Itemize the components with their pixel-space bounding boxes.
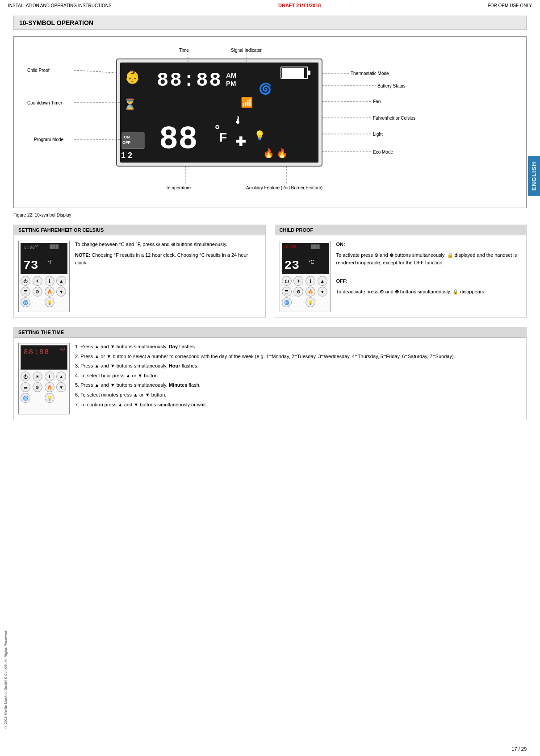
diagram-svg: 👶 ⏳ ON OFF 1 2 88:88 AM PM 📶 🌡 🌀 (27, 46, 532, 193)
child-btn-up[interactable]: ▲ (318, 276, 327, 286)
time-btn-up[interactable]: ▲ (56, 372, 66, 381)
time-screen: 88:88 AM (21, 345, 67, 370)
time-am: AM (60, 347, 65, 351)
svg-rect-16 (282, 68, 304, 78)
fahr-desc: To change between °C and °F, press ⊙ and… (75, 241, 261, 249)
child-screen: 8:00 ▓▓▓ 23 °C (282, 243, 329, 274)
time-btn-down[interactable]: ▼ (56, 382, 66, 392)
fahr-note: NOTE: Choosing °F results in a 12 hour c… (75, 251, 261, 267)
svg-text:⏳: ⏳ (123, 98, 137, 111)
fahrenheit-text: To change between °C and °F, press ⊙ and… (75, 241, 261, 312)
btn-light[interactable]: 💡 (45, 297, 54, 307)
time-digits: 88:88 (24, 348, 50, 356)
setting-time-section: SETTING THE TIME 88:88 AM ⏻ ☀ ℹ ▲ ☰ ⚙ 🔥 (13, 327, 527, 420)
svg-text:🌡: 🌡 (233, 114, 243, 126)
setting-fahrenheit-title: SETTING FAHRENHEIT OR CELSIUS (14, 225, 265, 235)
btn-menu[interactable]: ☰ (21, 287, 30, 297)
child-proof-content: 8:00 ▓▓▓ 23 °C ⏻ ☀ ℹ ▲ ☰ ⚙ 🔥 (275, 235, 527, 317)
fahr-time: 8:00AM (24, 244, 38, 250)
svg-text:🔥: 🔥 (263, 148, 274, 159)
child-battery: ▓▓▓ (311, 244, 320, 249)
setting-fahrenheit-content: 8:00AM ▓▓▓ 73 °F ⏻ ☀ ℹ ▲ ☰ ⚙ (14, 235, 265, 317)
svg-text:1  2: 1 2 (121, 151, 132, 160)
child-btn-menu[interactable]: ☰ (282, 287, 292, 297)
svg-text:👶: 👶 (125, 70, 140, 84)
btn-prog[interactable]: ⚙ (33, 287, 42, 297)
fahr-buttons-row3: 🌀 💡 (21, 297, 67, 307)
child-btn-light[interactable]: 💡 (306, 297, 315, 307)
step-6: 6. To select minutes press ▲ or ▼ button… (75, 391, 522, 399)
fahr-temp: 73 (23, 259, 38, 272)
svg-text:Fahrenheit or Celsius: Fahrenheit or Celsius (373, 116, 415, 121)
time-btn-prog[interactable]: ⚙ (33, 382, 42, 392)
setting-fahrenheit-section: SETTING FAHRENHEIT OR CELSIUS 8:00AM ▓▓▓… (13, 225, 266, 318)
svg-text:88:88: 88:88 (157, 69, 222, 92)
time-btn-power[interactable]: ⏻ (21, 372, 30, 381)
child-btn-down[interactable]: ▼ (318, 287, 327, 297)
child-btn-fan[interactable]: 🌀 (282, 297, 292, 307)
fahr-buttons-row2: ☰ ⚙ 🔥 ▼ (21, 287, 67, 297)
step-5: 5. Press ▲ and ▼ buttons simultaneously.… (75, 381, 522, 389)
step-1: 1. Press ▲ and ▼ buttons simultaneously.… (75, 343, 522, 351)
time-btn-menu[interactable]: ☰ (21, 382, 30, 392)
child-buttons-row2: ☰ ⚙ 🔥 ▼ (282, 287, 329, 297)
page-footer: 17 / 29 (511, 746, 527, 752)
svg-text:Signal Indicator: Signal Indicator (231, 48, 262, 53)
setting-time-title: SETTING THE TIME (14, 327, 526, 338)
time-btn-info[interactable]: ℹ (45, 372, 54, 381)
time-buttons-row2: ☰ ⚙ 🔥 ▼ (21, 382, 67, 392)
copyright-side: © 2018 Marfte Maxitrol GmbH & Co. KG. Al… (4, 630, 8, 729)
svg-text:📶: 📶 (241, 96, 253, 109)
svg-text:Fan: Fan (373, 99, 381, 104)
btn-info[interactable]: ℹ (45, 276, 54, 286)
child-proof-section: CHILD PROOF 8:00 ▓▓▓ 23 °C ⏻ ☀ ℹ ▲ (275, 225, 527, 318)
child-on-label: ON: (336, 241, 522, 249)
svg-text:88: 88 (159, 121, 197, 158)
svg-text:Program Mode: Program Mode (34, 137, 64, 142)
svg-text:🌀: 🌀 (259, 82, 272, 95)
fahr-unit: °F (47, 259, 53, 265)
time-buttons-row1: ⏻ ☀ ℹ ▲ (21, 372, 67, 381)
main-content: 10-SYMBOL OPERATION 👶 ⏳ ON OFF 1 2 88:88… (0, 11, 540, 438)
time-btn-light[interactable]: 💡 (45, 393, 54, 403)
svg-text:AM: AM (226, 71, 236, 79)
header-center: DRAFT 21/11/2018 (278, 3, 321, 8)
svg-text:ON: ON (124, 135, 130, 139)
step-4: 4. To select hour press ▲ or ▼ button. (75, 372, 522, 380)
btn-fan[interactable]: 🌀 (21, 297, 30, 307)
fahr-battery: ▓▓▓ (50, 244, 59, 249)
child-unit: °C (309, 259, 314, 265)
header-right: FOR OEM USE ONLY (488, 3, 532, 8)
step-3: 3. Press ▲ and ▼ buttons simultaneously.… (75, 362, 522, 370)
svg-text:OFF: OFF (122, 140, 130, 145)
svg-text:✚: ✚ (235, 135, 246, 149)
svg-text:Thermostatic Mode: Thermostatic Mode (351, 71, 389, 76)
child-btn-prog[interactable]: ⚙ (293, 287, 303, 297)
figure-caption: Figure 22: 10-symbol Display (13, 213, 527, 217)
child-on-desc: To activate press ⊙ and ⊛ buttons simult… (336, 251, 522, 267)
time-btn-fan[interactable]: 🌀 (21, 393, 30, 403)
btn-up[interactable]: ▲ (56, 276, 66, 286)
btn-mode[interactable]: ☀ (33, 276, 42, 286)
time-btn-mode[interactable]: ☀ (33, 372, 42, 381)
time-steps-list: 1. Press ▲ and ▼ buttons simultaneously.… (75, 343, 522, 414)
time-btn-flame[interactable]: 🔥 (45, 382, 54, 392)
svg-text:PM: PM (226, 79, 236, 87)
svg-rect-15 (308, 71, 310, 75)
child-mini-display: 8:00 ▓▓▓ 23 °C ⏻ ☀ ℹ ▲ ☰ ⚙ 🔥 (280, 241, 331, 312)
header-left: INSTALLATION AND OPERATING INSTRUCTIONS (8, 3, 112, 8)
btn-power[interactable]: ⏻ (21, 276, 30, 286)
child-btn-info[interactable]: ℹ (306, 276, 315, 286)
svg-text:F: F (219, 130, 227, 144)
child-off-label: OFF: (336, 277, 522, 285)
section-title: 10-SYMBOL OPERATION (13, 16, 527, 30)
fahrenheit-mini-display: 8:00AM ▓▓▓ 73 °F ⏻ ☀ ℹ ▲ ☰ ⚙ (18, 241, 70, 312)
svg-text:Time: Time (179, 48, 189, 53)
child-btn-flame[interactable]: 🔥 (306, 287, 315, 297)
svg-text:Child Proof: Child Proof (27, 68, 50, 73)
btn-down[interactable]: ▼ (56, 287, 66, 297)
btn-flame[interactable]: 🔥 (45, 287, 54, 297)
child-btn-mode[interactable]: ☀ (293, 276, 303, 286)
child-btn-power[interactable]: ⏻ (282, 276, 292, 286)
svg-text:Temperature: Temperature (166, 185, 191, 190)
